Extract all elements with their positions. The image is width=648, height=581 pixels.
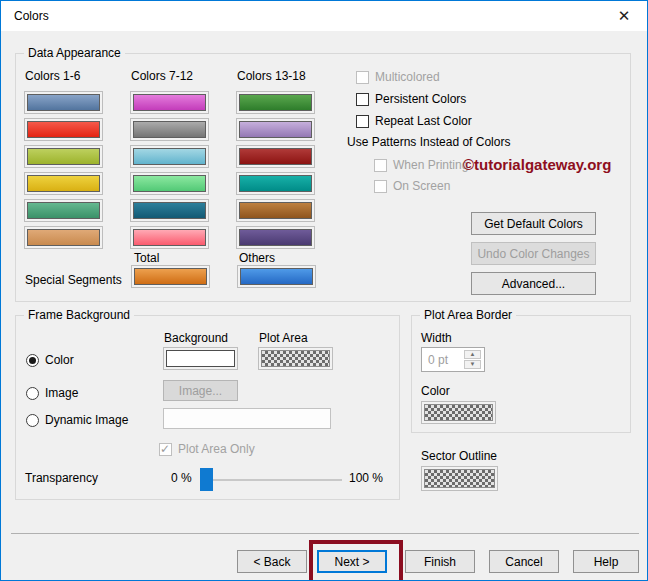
border-color-pattern-swatch[interactable] — [421, 401, 496, 424]
width-spinner[interactable]: 0 pt ▲ ▼ — [421, 347, 485, 372]
transparency-slider-track[interactable] — [206, 479, 342, 481]
color-swatch-dark-red[interactable] — [236, 145, 315, 168]
color-swatch-brown[interactable] — [236, 199, 315, 222]
plot-area-pattern-swatch[interactable] — [258, 347, 333, 370]
transparency-max-label: 100 % — [349, 471, 383, 485]
transparency-min-label: 0 % — [171, 471, 192, 485]
next-button-highlight-annotation — [309, 540, 403, 581]
special-segments-label: Special Segments — [25, 273, 122, 287]
colors-13-18-label: Colors 13-18 — [237, 69, 306, 83]
colors-1-6-label: Colors 1-6 — [25, 69, 80, 83]
transparency-label: Transparency — [25, 471, 98, 485]
color-swatch-pink[interactable] — [130, 226, 209, 249]
checkbox-icon[interactable] — [374, 159, 387, 172]
image-button: Image... — [163, 380, 238, 401]
sector-outline-label: Sector Outline — [421, 449, 497, 463]
color-swatch-teal[interactable] — [236, 172, 315, 195]
get-default-colors-button[interactable]: Get Default Colors — [471, 212, 596, 235]
radio-icon[interactable] — [26, 387, 39, 400]
checkbox-icon[interactable] — [356, 93, 369, 106]
radio-color[interactable]: Color — [26, 353, 74, 367]
use-patterns-label: Use Patterns Instead of Colors — [347, 135, 510, 149]
border-color-label: Color — [421, 384, 450, 398]
background-label: Background — [164, 331, 228, 345]
color-swatch-magenta[interactable] — [130, 91, 209, 114]
color-swatch-yellow-green[interactable] — [24, 145, 103, 168]
checkbox-on-screen[interactable]: On Screen — [374, 179, 450, 193]
colors-7-12-label: Colors 7-12 — [131, 69, 193, 83]
color-swatch-steel-blue[interactable] — [24, 91, 103, 114]
color-swatch-red[interactable] — [24, 118, 103, 141]
titlebar: Colors ✕ — [1, 1, 647, 31]
transparency-slider-thumb[interactable] — [200, 468, 213, 491]
background-color-swatch[interactable] — [163, 347, 238, 370]
checkbox-icon — [159, 443, 172, 456]
checkbox-multicolored[interactable]: Multicolored — [356, 70, 440, 84]
color-swatch-dark-teal[interactable] — [130, 199, 209, 222]
group-frame-background-label: Frame Background — [24, 308, 134, 322]
color-swatch-sea-green[interactable] — [24, 199, 103, 222]
plot-area-label: Plot Area — [259, 331, 308, 345]
help-button[interactable]: Help — [573, 550, 639, 573]
color-swatch-lavender[interactable] — [236, 118, 315, 141]
color-swatch-light-blue[interactable] — [130, 145, 209, 168]
color-swatch-gray[interactable] — [130, 118, 209, 141]
checkbox-plot-area-only: Plot Area Only — [159, 442, 255, 456]
width-value: 0 pt — [428, 353, 448, 367]
group-data-appearance-label: Data Appearance — [24, 46, 125, 60]
radio-dynamic-image[interactable]: Dynamic Image — [26, 413, 128, 427]
swatch-column-2 — [130, 91, 209, 253]
checkbox-icon[interactable] — [356, 71, 369, 84]
finish-button[interactable]: Finish — [405, 550, 475, 573]
sector-outline-pattern-swatch[interactable] — [421, 466, 498, 491]
others-label: Others — [239, 251, 275, 265]
colors-dialog: Colors ✕ Data Appearance Colors 1-6 Colo… — [0, 0, 648, 581]
checkbox-icon[interactable] — [374, 180, 387, 193]
total-label: Total — [134, 251, 159, 265]
color-swatch-green[interactable] — [236, 91, 315, 114]
color-swatch-tan-orange[interactable] — [24, 226, 103, 249]
swatch-column-3 — [236, 91, 315, 253]
close-icon[interactable]: ✕ — [615, 7, 633, 25]
footer-separator — [11, 533, 639, 534]
color-swatch-dark-purple[interactable] — [236, 226, 315, 249]
width-label: Width — [421, 331, 452, 345]
others-color-swatch[interactable] — [237, 265, 316, 288]
back-button[interactable]: < Back — [237, 550, 307, 573]
spinner-down-icon[interactable]: ▼ — [464, 360, 481, 369]
cancel-button[interactable]: Cancel — [489, 550, 559, 573]
checkbox-persistent-colors[interactable]: Persistent Colors — [356, 92, 466, 106]
window-title: Colors — [14, 9, 49, 23]
watermark: ©tutorialgateway.org — [463, 156, 611, 173]
radio-icon[interactable] — [26, 414, 39, 427]
advanced-button[interactable]: Advanced... — [471, 272, 596, 295]
checkbox-when-printing[interactable]: When Printing — [374, 158, 468, 172]
radio-icon[interactable] — [26, 354, 39, 367]
group-plot-area-border-label: Plot Area Border — [420, 308, 516, 322]
radio-image[interactable]: Image — [26, 386, 78, 400]
checkbox-icon[interactable] — [356, 115, 369, 128]
color-swatch-light-green[interactable] — [130, 172, 209, 195]
checkbox-repeat-last-color[interactable]: Repeat Last Color — [356, 114, 472, 128]
total-color-swatch[interactable] — [131, 265, 210, 288]
dynamic-image-input[interactable] — [163, 408, 331, 429]
color-swatch-gold[interactable] — [24, 172, 103, 195]
undo-color-changes-button: Undo Color Changes — [471, 242, 596, 265]
swatch-column-1 — [24, 91, 103, 253]
spinner-up-icon[interactable]: ▲ — [464, 350, 481, 359]
